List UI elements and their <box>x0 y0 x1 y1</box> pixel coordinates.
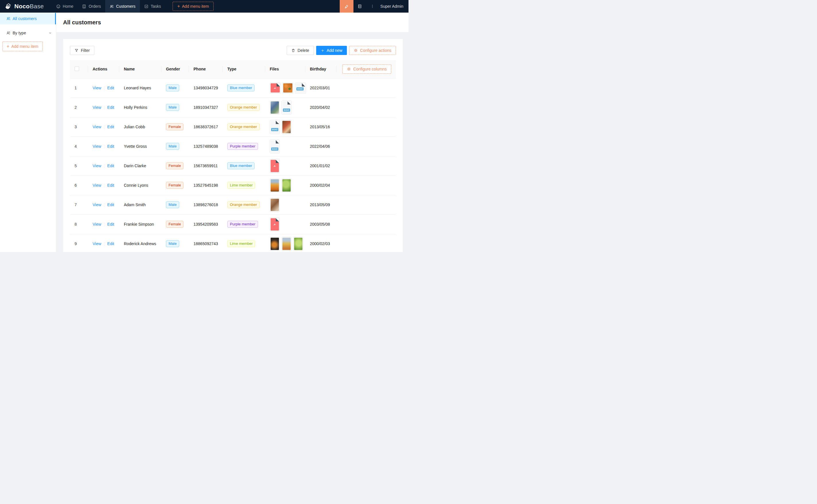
type-tag: Purple member <box>227 143 258 150</box>
sidebar-item-label: By type <box>13 31 26 35</box>
doc-file-icon[interactable]: DOC <box>270 139 280 153</box>
filter-label: Filter <box>81 48 90 53</box>
doc-file-icon[interactable]: DOC <box>282 101 292 115</box>
pdf-file-icon[interactable] <box>270 217 280 231</box>
sidebar-item-by-type[interactable]: By type <box>0 27 56 39</box>
edit-link[interactable]: Edit <box>107 86 114 90</box>
logo-text-bold: Noco <box>14 3 30 10</box>
ui-editor-button[interactable] <box>340 0 354 13</box>
name-cell: Connie Lyons <box>119 176 161 195</box>
edit-link[interactable]: Edit <box>107 105 114 110</box>
type-tag: Orange member <box>227 123 260 130</box>
select-all-checkbox[interactable] <box>74 66 79 71</box>
gear-icon <box>354 48 358 52</box>
edit-link[interactable]: Edit <box>107 125 114 129</box>
view-link[interactable]: View <box>93 164 101 168</box>
link-divider <box>104 145 104 149</box>
edit-link[interactable]: Edit <box>107 222 114 227</box>
navbar-add-menu-item-button[interactable]: + Add menu item <box>172 2 214 11</box>
view-link[interactable]: View <box>93 222 101 227</box>
table-row: 2 ViewEdit Holly Perkins Male 1891034732… <box>70 98 396 117</box>
nav-item-orders[interactable]: Orders <box>78 0 105 13</box>
configure-columns-button[interactable]: Configure columns <box>342 64 391 74</box>
files-cell <box>265 156 305 176</box>
view-link[interactable]: View <box>93 241 101 246</box>
gender-tag: Female <box>166 221 183 228</box>
files-cell <box>265 176 305 195</box>
name-cell: Frankie Simpson <box>119 214 161 234</box>
highlighter-icon <box>344 4 349 9</box>
add-new-label: Add new <box>327 48 342 53</box>
sidebar-add-menu-item-button[interactable]: + Add menu item <box>2 42 43 51</box>
delete-button[interactable]: Delete <box>287 46 314 55</box>
edit-link[interactable]: Edit <box>107 241 114 246</box>
photo-thumbnail[interactable] <box>270 101 280 115</box>
filter-button[interactable]: Filter <box>70 46 94 55</box>
doc-file-icon[interactable]: DOC <box>270 120 280 134</box>
add-new-button[interactable]: Add new <box>316 46 347 55</box>
birthday-cell: 2020/04/02 <box>305 98 337 117</box>
edit-link[interactable]: Edit <box>107 202 114 207</box>
nav-item-home[interactable]: Home <box>52 0 78 13</box>
row-index: 5 <box>74 164 77 168</box>
type-tag: Blue member <box>227 162 255 169</box>
gender-tag: Female <box>166 162 183 169</box>
birthday-cell: 2013/05/16 <box>305 117 337 137</box>
phone-cell: 18910347327 <box>189 98 223 117</box>
gender-tag: Male <box>166 240 179 247</box>
edit-link[interactable]: Edit <box>107 183 114 188</box>
edit-link[interactable]: Edit <box>107 164 114 168</box>
pdf-file-icon[interactable] <box>270 82 281 93</box>
phone-cell: 13898276018 <box>189 195 223 214</box>
configure-actions-button[interactable]: Configure actions <box>349 46 396 55</box>
row-index: 2 <box>74 105 77 110</box>
view-link[interactable]: View <box>93 183 101 188</box>
view-link[interactable]: View <box>93 105 101 110</box>
nav-item-tasks[interactable]: Tasks <box>140 0 165 13</box>
nocobase-logo[interactable]: NocoBase <box>0 0 52 13</box>
photo-thumbnail[interactable] <box>270 198 280 212</box>
doc-file-icon[interactable]: DOC <box>295 82 306 93</box>
photo-thumbnail[interactable] <box>282 178 292 192</box>
configure-columns-label: Configure columns <box>353 67 387 71</box>
database-icon-button[interactable] <box>354 0 366 13</box>
name-cell: Holly Perkins <box>119 98 161 117</box>
files-cell: DOC <box>265 117 305 137</box>
edit-link[interactable]: Edit <box>107 144 114 149</box>
files-cell <box>265 214 305 234</box>
phone-cell: 18638372617 <box>189 117 223 137</box>
photo-thumbnail[interactable] <box>270 237 280 251</box>
photo-thumbnail[interactable] <box>270 178 280 192</box>
nav-item-customers[interactable]: Customers <box>105 0 140 13</box>
table-row: 7 ViewEdit Adam Smith Male 13898276018 O… <box>70 195 396 214</box>
photo-thumbnail[interactable] <box>282 120 292 134</box>
more-options-button[interactable] <box>366 0 379 13</box>
main-area: All customers Filter <box>56 13 408 252</box>
photo-thumbnail[interactable] <box>293 237 303 251</box>
name-cell: Roderick Andrews <box>119 234 161 252</box>
team-icon <box>6 31 11 35</box>
view-link[interactable]: View <box>93 86 101 90</box>
nav-item-label: Orders <box>89 4 101 9</box>
gender-tag: Male <box>166 201 179 208</box>
link-divider <box>104 86 104 90</box>
user-menu[interactable]: Super Admin <box>379 0 408 13</box>
table-toolbar: Filter Delete Add new <box>70 46 396 55</box>
files-cell <box>265 195 305 214</box>
sidebar-item-all-customers[interactable]: All customers <box>0 13 56 24</box>
pdf-file-icon[interactable] <box>270 159 280 173</box>
view-link[interactable]: View <box>93 144 101 149</box>
table-row: 5 ViewEdit Darin Clarke Female 156736599… <box>70 156 396 176</box>
photo-thumbnail[interactable] <box>282 237 292 251</box>
name-cell: Adam Smith <box>119 195 161 214</box>
team-icon <box>6 16 11 21</box>
plus-icon: + <box>177 4 180 9</box>
file-done-icon <box>82 4 86 9</box>
view-link[interactable]: View <box>93 202 101 207</box>
link-divider <box>104 164 104 168</box>
view-link[interactable]: View <box>93 125 101 129</box>
table-card: Filter Delete Add new <box>63 39 403 252</box>
photo-thumbnail[interactable] <box>282 82 293 93</box>
link-divider <box>104 125 104 129</box>
type-tag: Orange member <box>227 104 260 111</box>
